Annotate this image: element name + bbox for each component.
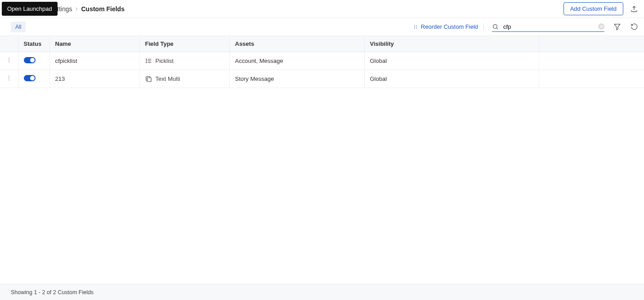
add-custom-field-button[interactable]: Add Custom Field [564, 2, 623, 15]
reorder-label: Reorder Custom Field [421, 23, 478, 30]
status-toggle[interactable] [24, 57, 36, 63]
breadcrumb-current: Custom Fields [81, 5, 124, 13]
row-visibility: Global [364, 52, 539, 70]
search-input-wrap[interactable] [492, 22, 604, 32]
svg-point-5 [414, 28, 415, 29]
row-name: cfpicklist [49, 52, 139, 70]
svg-point-2 [416, 25, 417, 26]
svg-point-4 [416, 26, 417, 27]
text-multi-icon [145, 75, 152, 82]
column-assets[interactable]: Assets [229, 36, 364, 52]
row-type-label: Text Multi [156, 75, 180, 82]
svg-point-21 [9, 76, 9, 77]
row-visibility: Global [364, 70, 539, 88]
svg-point-6 [416, 28, 417, 29]
table-row[interactable]: 213 Text Multi Story Message Global [0, 70, 644, 88]
footer-status-bar: Showing 1 - 2 of 2 Custom Fields [0, 284, 644, 300]
row-menu-icon[interactable] [6, 75, 12, 81]
picklist-icon [145, 57, 152, 64]
custom-fields-table: Status Name Field Type Assets Visibility… [0, 36, 644, 88]
drag-grid-icon [413, 24, 418, 30]
open-launchpad-tooltip[interactable]: Open Launchpad [2, 2, 58, 16]
svg-point-1 [414, 25, 415, 26]
svg-point-18 [146, 59, 146, 59]
svg-point-22 [9, 78, 9, 79]
svg-point-19 [146, 61, 146, 61]
svg-point-20 [146, 62, 146, 63]
svg-point-23 [9, 79, 9, 80]
status-toggle[interactable] [24, 75, 36, 81]
footer-status-text: Showing 1 - 2 of 2 Custom Fields [11, 289, 94, 296]
breadcrumb-parent[interactable]: ttings [57, 5, 72, 13]
row-assets: Story Message [229, 70, 364, 88]
filter-all-chip[interactable]: All [11, 22, 26, 32]
search-input[interactable] [502, 23, 595, 31]
search-icon [492, 23, 499, 30]
svg-point-14 [9, 62, 9, 62]
svg-point-3 [414, 26, 415, 27]
reorder-custom-field-button[interactable]: Reorder Custom Field [413, 23, 484, 30]
svg-point-7 [493, 24, 497, 28]
refresh-icon[interactable] [630, 22, 639, 31]
svg-point-13 [9, 60, 9, 61]
svg-marker-11 [614, 24, 620, 30]
row-type-label: Picklist [156, 57, 174, 64]
filter-icon[interactable] [613, 22, 622, 31]
column-name[interactable]: Name [49, 36, 139, 52]
row-menu-icon[interactable] [6, 57, 12, 63]
table-row[interactable]: cfpicklist Picklist Account, Message Glo… [0, 52, 644, 70]
chevron-right-icon [74, 6, 79, 12]
column-visibility[interactable]: Visibility [364, 36, 539, 52]
svg-rect-25 [147, 78, 151, 82]
clear-search-icon[interactable] [598, 23, 604, 30]
export-icon[interactable] [630, 4, 639, 13]
column-status[interactable]: Status [18, 36, 49, 52]
row-assets: Account, Message [229, 52, 364, 70]
svg-point-12 [9, 58, 9, 59]
column-field-type[interactable]: Field Type [139, 36, 229, 52]
svg-line-8 [496, 28, 498, 29]
row-name: 213 [49, 70, 139, 88]
